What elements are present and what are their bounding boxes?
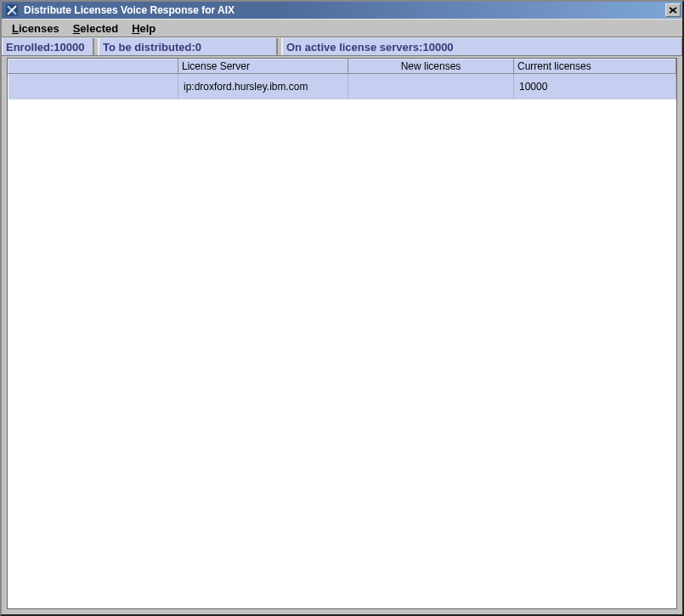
status-tobe: To be distributed: 0 <box>99 38 277 55</box>
menu-licenses-rest: icenses <box>19 22 59 35</box>
license-table-wrap: License Server New licenses Current lice… <box>7 58 677 609</box>
status-active-label: On active license servers: <box>286 41 422 54</box>
status-tobe-label: To be distributed: <box>103 41 195 54</box>
app-x-icon <box>5 3 19 17</box>
close-icon <box>669 5 677 15</box>
app-window: Distribute Licenses Voice Response for A… <box>0 0 684 616</box>
col-header-newlicenses[interactable]: New licenses <box>348 59 514 74</box>
col-header-server[interactable]: License Server <box>178 59 348 74</box>
content-area: License Server New licenses Current lice… <box>2 56 682 614</box>
col-header-lead[interactable] <box>8 59 178 74</box>
close-button[interactable] <box>665 3 681 17</box>
status-tobe-value: 0 <box>195 41 201 54</box>
menubar: Licenses Selected Help <box>2 19 682 37</box>
status-enrolled-label: Enrolled: <box>6 41 54 54</box>
window-title: Distribute Licenses Voice Response for A… <box>22 4 665 16</box>
menu-selected[interactable]: Selected <box>68 20 127 37</box>
cell-lead <box>8 74 178 99</box>
status-strip: Enrolled: 10000 To be distributed: 0 On … <box>2 37 682 56</box>
cell-newlicenses <box>348 74 514 99</box>
menu-help[interactable]: Help <box>127 20 164 37</box>
menu-help-rest: elp <box>140 22 156 35</box>
table-header-row: License Server New licenses Current lice… <box>8 59 676 74</box>
titlebar[interactable]: Distribute Licenses Voice Response for A… <box>2 2 682 19</box>
table-row[interactable]: ip:droxford.hursley.ibm.com 10000 <box>8 74 676 99</box>
menu-licenses[interactable]: Licenses <box>7 20 68 37</box>
status-active: On active license servers:10000 <box>282 38 682 55</box>
col-header-currentlicenses[interactable]: Current licenses <box>514 59 676 74</box>
license-table: License Server New licenses Current lice… <box>8 59 676 99</box>
status-enrolled: Enrolled: 10000 <box>2 38 93 55</box>
cell-server: ip:droxford.hursley.ibm.com <box>178 74 348 99</box>
cell-currentlicenses: 10000 <box>514 74 676 99</box>
table-empty-space <box>8 99 676 609</box>
status-enrolled-value: 10000 <box>54 41 84 54</box>
status-active-value: 10000 <box>422 41 453 54</box>
menu-selected-rest: elected <box>80 22 118 35</box>
